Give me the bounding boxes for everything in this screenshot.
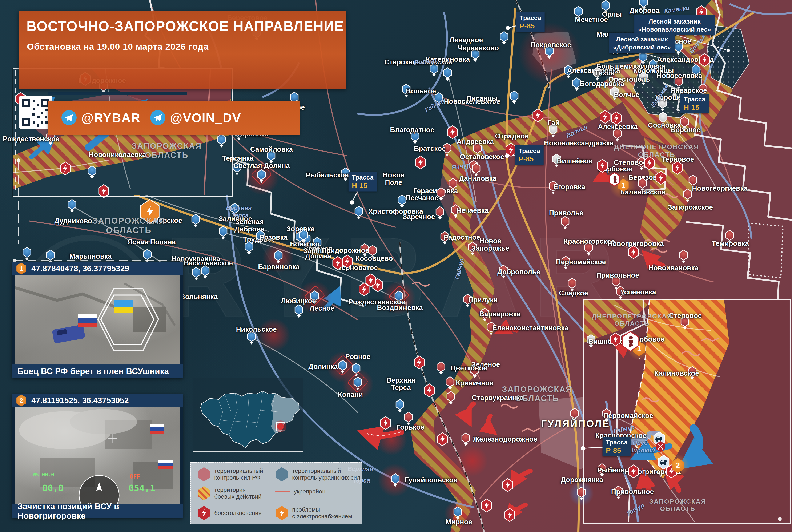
settlement-pin-red — [683, 189, 693, 202]
settlement-label: Долинка — [308, 363, 338, 370]
highway-badge: ТрассаН-15 — [680, 94, 709, 113]
settlement-label: Андреевка — [457, 138, 494, 146]
pow-capture-icon — [608, 172, 621, 187]
inset-novogrigorovka-frame — [583, 300, 791, 524]
svg-text:00,0: 00,0 — [42, 483, 63, 493]
settlement-label: Новоселовка — [657, 72, 702, 79]
settlement-pin-red — [436, 361, 446, 375]
clash-icon — [480, 498, 493, 512]
legend-item: территориябоевых действий — [197, 486, 262, 500]
river-label: Каменка — [664, 4, 690, 15]
photo-card-1[interactable]: 1 47.87840478, 36.37795329 Боец ВС РФ бе… — [12, 262, 183, 378]
settlement-pin-blue — [67, 199, 77, 212]
settlement-label: ВерхняяТерса — [386, 377, 416, 391]
settlement-label: Мирное — [446, 518, 472, 526]
forest-reserve-label: Лесной заказник«Дибровский лес» — [609, 33, 675, 53]
clash-icon — [596, 159, 608, 173]
settlement-label: Орлы — [602, 11, 622, 18]
map-infographic: RYBAR БерестовоеСорочиноНовониколаевкаКи… — [0, 0, 792, 532]
settlement-label: Придорожное — [321, 247, 369, 254]
handle-rybar[interactable]: @RYBAR — [61, 110, 140, 125]
settlement-label: Черненково — [457, 44, 499, 52]
clash-icon — [532, 108, 544, 122]
strike-glow — [456, 445, 488, 477]
settlement-pin-blue — [395, 399, 405, 413]
forest-reserve-label: Лесной заказник«Новопавловский лес» — [634, 15, 715, 35]
settlement-label: Темировка — [712, 240, 749, 247]
settlement-pin-blue — [499, 31, 509, 44]
legend-item: проблемыс электроснабжением — [275, 506, 352, 520]
settlement-label: Нечаевка — [456, 207, 489, 214]
legend-label: укрепрайон — [294, 488, 325, 495]
strike-glow — [257, 318, 290, 352]
settlement-label: Егоровка — [553, 183, 585, 191]
settlement-pin-blue — [509, 91, 519, 104]
settlement-label: Никольское — [236, 326, 277, 333]
settlement-pin-blue — [244, 241, 254, 255]
settlement-pin-blue — [143, 249, 152, 262]
settlement-pin-red — [471, 163, 481, 176]
settlement-pin-blue — [274, 250, 283, 264]
clash-icon — [502, 478, 514, 492]
legend-label: территориальныйконтроль сил РФ — [214, 468, 263, 481]
settlement-label: Январское — [670, 87, 707, 94]
svg-text:054,1: 054,1 — [129, 483, 155, 493]
legend-icon-hex-combat — [197, 486, 210, 500]
settlement-label: Тихое — [595, 70, 615, 77]
handle-voin-dv[interactable]: @VOIN_DV — [150, 110, 241, 125]
settlement-label: Успеновка — [620, 288, 656, 296]
legend-icon-hex-clash — [197, 506, 210, 520]
region-label: ДНЕПРОПЕТРОВСКАЯОБЛАСТЬ — [614, 143, 699, 159]
settlement-label: Васильевское — [184, 260, 233, 267]
settlement-label: Волчье — [614, 91, 639, 98]
photo-1-header: 1 47.87840478, 36.37795329 — [12, 262, 183, 275]
photo-2-caption: Зачистка позиций ВСУ в Новогригоровке — [12, 504, 183, 518]
highway-badge: ТрассаН-15 — [348, 172, 377, 191]
settlement-pin-red — [461, 433, 471, 446]
settlement-label: Прилуки — [468, 296, 498, 304]
qr-code[interactable] — [19, 96, 52, 129]
settlement-pin-blue — [391, 473, 400, 487]
settlement-label: Любицкое — [281, 297, 316, 305]
clash-icon — [413, 356, 426, 369]
photo-2-number-badge: 2 — [16, 394, 27, 406]
settlement-label: Сладкое — [559, 289, 588, 297]
settlement-label: Новогеоргиевка — [692, 185, 748, 192]
settlement-pin-blue — [294, 304, 304, 318]
photo-2-header: 2 47.81191525, 36.43753052 — [12, 394, 183, 407]
settlement-label: Копани — [338, 391, 363, 398]
photo-1-number-badge: 1 — [16, 262, 27, 274]
clash-icon — [447, 125, 459, 139]
settlement-pin-blue — [191, 214, 201, 227]
clash-icon — [436, 432, 449, 446]
settlement-label: Доброполье — [497, 268, 540, 276]
clash-icon — [365, 273, 377, 287]
legend-label: территориябоевых действий — [214, 487, 262, 500]
settlement-label: Марьяновка — [69, 253, 112, 260]
settlement-label: Рождественское — [348, 299, 405, 306]
settlement-label: Дудниково — [55, 217, 92, 225]
legend-icon-hex-rf — [197, 467, 210, 481]
settlement-label: Бойково — [290, 241, 320, 248]
legend-item: укрепрайон — [275, 488, 325, 495]
photo-2-image: WS 00.0 00,0 054,1 OFF — [15, 407, 180, 504]
river-label: Янчур — [451, 162, 471, 171]
settlement-label: Диброва — [629, 7, 660, 14]
settlement-label: Еленоконстантиновка — [492, 324, 568, 332]
settlement-label: Левадное — [449, 36, 483, 44]
settlement-label: Остаповское — [460, 153, 504, 160]
settlement-label: Варваровка — [479, 310, 521, 318]
clash-icon — [414, 155, 427, 169]
settlement-pin-red — [560, 216, 570, 229]
legend-icon-hex-power — [275, 506, 288, 520]
svg-text:OFF: OFF — [130, 473, 140, 480]
clash-icon — [655, 171, 667, 185]
settlement-label: Светлая Долина — [233, 162, 290, 169]
photo-card-2[interactable]: 2 47.81191525, 36.43753052 WS 00.0 00,0 … — [12, 394, 183, 518]
settlement-pin-blue — [354, 206, 364, 219]
settlement-label: НовоеПоле — [383, 172, 404, 186]
settlement-pin-red — [445, 376, 455, 390]
settlement-label: Привольное — [596, 272, 639, 279]
legend-label: боестолкновения — [214, 510, 262, 516]
settlement-label: Вольное — [406, 88, 436, 95]
